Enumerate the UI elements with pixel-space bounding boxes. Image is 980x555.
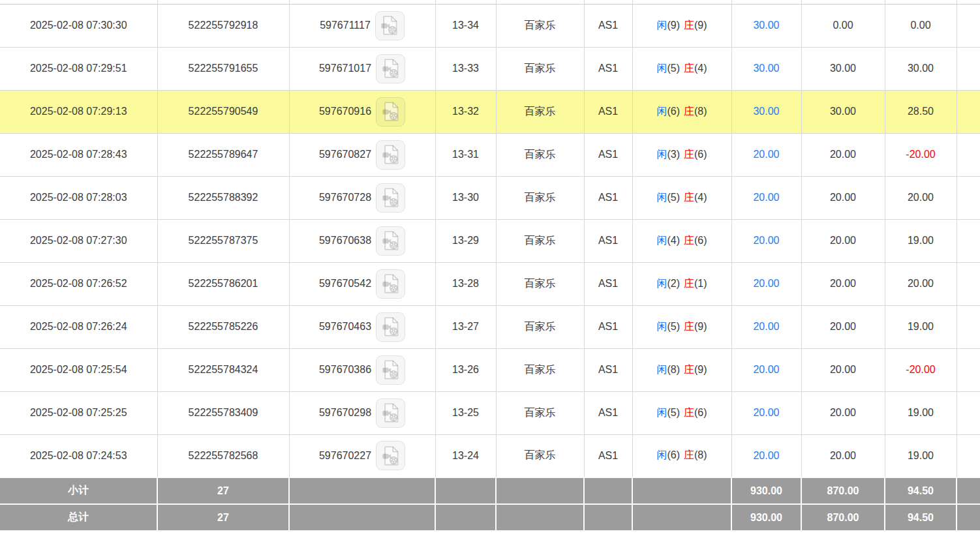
bet-amount-link[interactable]: 20.00 [753,192,779,203]
table-name: AS1 [584,219,632,262]
table-row[interactable]: 2025-02-08 07:25:54 522255784324 5976703… [0,348,980,391]
round-id-cell: 597671017 [289,47,435,90]
round-id-cell: 597670542 [289,262,435,305]
banker-result: 庄(8) [684,449,707,460]
bet-amount-link[interactable]: 20.00 [753,278,779,289]
valid-bet: 30.00 [801,90,885,133]
table-name: AS1 [584,391,632,434]
round-number: 13-34 [435,4,496,47]
bet-amount-link[interactable]: 20.00 [753,235,779,246]
table-row[interactable]: 2025-02-08 07:30:30 522255792918 5976711… [0,4,980,47]
banker-result: 庄(9) [684,364,707,375]
game-result: 闲(3)庄(6) [632,133,731,176]
round-id: 597671117 [320,20,371,31]
video-replay-button[interactable] [376,398,405,428]
empty-cell [957,90,980,133]
table-row[interactable]: 2025-02-08 07:28:43 522255789647 5976708… [0,133,980,176]
valid-bet: 20.00 [801,348,885,391]
game-result: 闲(8)庄(9) [632,348,731,391]
table-row[interactable]: 2025-02-08 07:25:25 522255783409 5976702… [0,391,980,434]
game-result: 闲(6)庄(8) [632,90,731,133]
valid-bet: 20.00 [801,305,885,348]
bet-time: 2025-02-08 07:29:51 [0,47,157,90]
bet-amount-cell: 20.00 [731,176,801,219]
round-number: 13-28 [435,262,496,305]
video-replay-button[interactable] [376,226,405,256]
table-row[interactable]: 2025-02-08 07:28:03 522255788392 5976707… [0,176,980,219]
bet-amount-link[interactable]: 20.00 [753,149,779,160]
order-number: 522255784324 [157,348,289,391]
bet-time: 2025-02-08 07:24:53 [0,434,157,477]
round-number: 13-32 [435,90,496,133]
bet-amount-link[interactable]: 20.00 [753,364,779,375]
round-id: 597670542 [319,278,371,290]
table-row[interactable]: 2025-02-08 07:26:52 522255786201 5976705… [0,262,980,305]
table-row[interactable]: 2025-02-08 07:27:30 522255787375 5976706… [0,219,980,262]
bet-amount-link[interactable]: 30.00 [753,20,779,31]
table-row[interactable]: 2025-02-08 07:26:24 522255785226 5976704… [0,305,980,348]
banker-result: 庄(9) [684,20,707,31]
table-row[interactable]: 2025-02-08 07:29:13 522255790549 5976709… [0,90,980,133]
banker-result: 庄(9) [684,321,707,332]
bet-amount-link[interactable]: 30.00 [753,63,779,74]
video-replay-button[interactable] [376,140,405,170]
player-result: 闲(4) [656,235,680,246]
total-label: 总计 [0,504,157,531]
round-id: 597670227 [319,450,371,462]
round-id: 597670728 [319,192,371,203]
bet-time: 2025-02-08 07:27:30 [0,219,157,262]
win-loss: 30.00 [885,47,957,90]
empty-cell [957,176,980,219]
game-name: 百家乐 [496,219,584,262]
video-replay-button[interactable] [376,269,405,299]
empty-cell [957,133,980,176]
round-id-cell: 597670827 [289,133,435,176]
bet-amount-cell: 30.00 [731,4,801,47]
banker-result: 庄(8) [684,106,707,117]
round-id: 597670827 [319,149,371,160]
video-replay-button[interactable] [375,11,405,40]
order-number: 522255791655 [157,47,289,90]
bet-amount-cell: 30.00 [731,90,801,133]
round-id: 597671017 [319,63,371,74]
bet-amount-link[interactable]: 20.00 [753,321,779,332]
win-loss: 19.00 [885,391,957,434]
banker-result: 庄(1) [684,278,707,289]
table-row[interactable]: 2025-02-08 07:29:51 522255791655 5976710… [0,47,980,90]
bet-amount-link[interactable]: 20.00 [753,407,779,418]
round-number: 13-30 [435,176,496,219]
video-file-icon [380,15,399,36]
game-result: 闲(5)庄(6) [632,391,731,434]
table-name: AS1 [584,47,632,90]
video-replay-button[interactable] [376,441,405,470]
video-file-icon [381,359,401,380]
bet-amount-link[interactable]: 20.00 [753,450,779,461]
win-loss: 28.50 [885,90,957,133]
video-replay-button[interactable] [376,312,405,342]
video-replay-button[interactable] [376,54,405,83]
empty-cell [957,4,980,47]
valid-bet: 30.00 [801,47,885,90]
game-result: 闲(5)庄(4) [632,176,731,219]
order-number: 522255790549 [157,90,289,133]
video-replay-button[interactable] [376,355,405,385]
game-name: 百家乐 [496,176,584,219]
table-row[interactable]: 2025-02-08 07:24:53 522255782568 5976702… [0,434,980,477]
bet-amount-link[interactable]: 30.00 [753,106,779,117]
round-number: 13-25 [435,391,496,434]
game-result: 闲(9)庄(9) [632,4,731,47]
video-file-icon [381,230,401,251]
video-replay-button[interactable] [376,183,405,213]
player-result: 闲(3) [656,149,680,160]
round-number: 13-27 [435,305,496,348]
round-id: 597670916 [319,106,371,117]
win-loss: 19.00 [885,305,957,348]
subtotal-valid: 870.00 [801,477,885,504]
round-id: 597670463 [319,321,371,333]
order-number: 522255783409 [157,391,289,434]
game-name: 百家乐 [496,434,584,477]
game-name: 百家乐 [496,348,584,391]
bet-amount-cell: 20.00 [731,133,801,176]
table-name: AS1 [584,434,632,477]
video-replay-button[interactable] [376,97,405,127]
